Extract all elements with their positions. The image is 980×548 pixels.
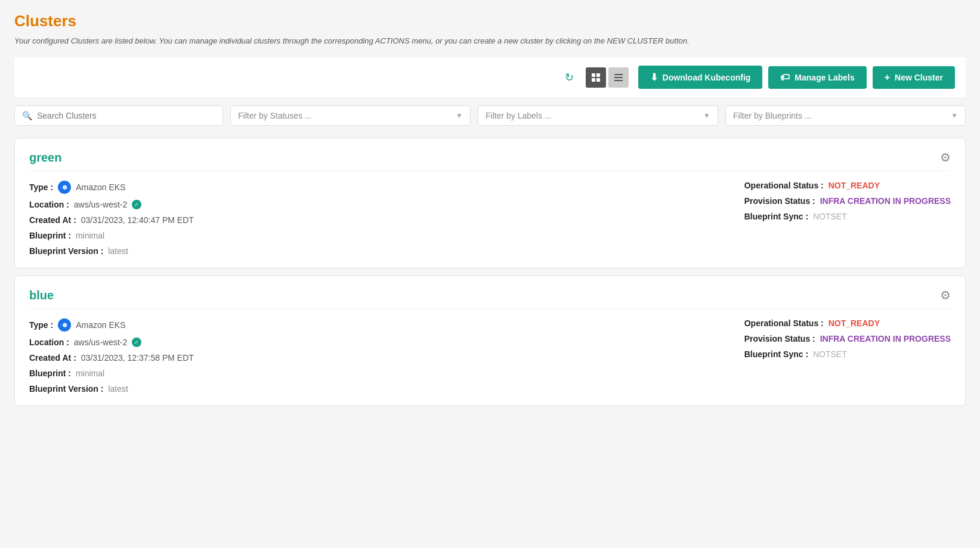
- location-icon: ✓: [132, 200, 141, 209]
- page-container: Clusters Your configured Clusters are li…: [0, 0, 980, 548]
- manage-labels-button[interactable]: 🏷 Manage Labels: [768, 66, 866, 89]
- location-label: Location :: [29, 338, 69, 347]
- new-cluster-button[interactable]: + New Cluster: [873, 66, 955, 89]
- search-box: 🔍: [14, 106, 223, 126]
- blueprint-row: Blueprint : minimal: [29, 231, 194, 240]
- blueprint-label: Blueprint :: [29, 231, 71, 240]
- filter-blueprints-dropdown[interactable]: Filter by Blueprints ... ▼: [725, 106, 966, 126]
- blueprint-version-label: Blueprint Version :: [29, 384, 103, 394]
- created-value: 03/31/2023, 12:40:47 PM EDT: [79, 215, 194, 225]
- filter-labels-dropdown[interactable]: Filter by Labels ... ▼: [478, 106, 718, 126]
- sync-label: Blueprint Sync :: [744, 349, 808, 359]
- sync-value: NOTSET: [811, 212, 847, 221]
- svg-rect-6: [614, 80, 623, 81]
- created-label: Created At :: [29, 215, 76, 225]
- cluster-settings-button[interactable]: ⚙: [940, 150, 951, 165]
- cluster-details: Type : ☸ Amazon EKS Location : aws/us-we…: [29, 318, 951, 394]
- prov-status-row: Provision Status : INFRA CREATION IN PRO…: [744, 334, 951, 343]
- cluster-settings-button[interactable]: ⚙: [940, 288, 951, 302]
- svg-rect-0: [592, 73, 595, 77]
- prov-status-label: Provision Status :: [744, 196, 815, 206]
- eks-icon: ☸: [58, 318, 71, 332]
- cluster-right-details: Operational Status : NOT_READY Provision…: [744, 181, 951, 256]
- location-row: Location : aws/us-west-2 ✓: [29, 200, 194, 209]
- op-status-label: Operational Status :: [744, 181, 824, 190]
- blueprint-label: Blueprint :: [29, 369, 71, 378]
- type-label: Type :: [29, 320, 53, 330]
- svg-rect-3: [596, 78, 600, 82]
- op-status-label: Operational Status :: [744, 318, 824, 328]
- refresh-button[interactable]: ↻: [559, 67, 580, 88]
- svg-rect-5: [614, 77, 623, 78]
- op-status-row: Operational Status : NOT_READY: [744, 181, 951, 190]
- list-view-button[interactable]: [608, 67, 629, 88]
- filters-row: 🔍 Filter by Statuses ... ▼ Filter by Lab…: [14, 106, 966, 126]
- cluster-details: Type : ☸ Amazon EKS Location : aws/us-we…: [29, 181, 951, 256]
- page-title: Clusters: [14, 12, 966, 30]
- type-row: Type : ☸ Amazon EKS: [29, 318, 194, 332]
- download-kubeconfig-button[interactable]: ⬇ Download Kubeconfig: [638, 66, 763, 89]
- search-input[interactable]: [37, 111, 215, 120]
- prov-status-label: Provision Status :: [744, 334, 815, 343]
- eks-icon: ☸: [58, 181, 71, 194]
- blueprint-row: Blueprint : minimal: [29, 369, 194, 378]
- prov-status-row: Provision Status : INFRA CREATION IN PRO…: [744, 196, 951, 206]
- cluster-card: green ⚙ Type : ☸ Amazon EKS Location : a…: [14, 138, 966, 268]
- sync-row: Blueprint Sync : NOTSET: [744, 212, 951, 221]
- created-label: Created At :: [29, 353, 76, 363]
- type-value: Amazon EKS: [76, 182, 125, 192]
- created-row: Created At : 03/31/2023, 12:40:47 PM EDT: [29, 215, 194, 225]
- search-icon: 🔍: [22, 111, 32, 120]
- chevron-down-icon: ▼: [951, 112, 958, 120]
- grid-view-button[interactable]: [586, 67, 606, 88]
- op-status-value: NOT_READY: [826, 318, 880, 328]
- cluster-header: blue ⚙: [29, 288, 951, 309]
- sync-value: NOTSET: [811, 349, 847, 359]
- grid-icon: [591, 73, 601, 82]
- download-icon: ⬇: [650, 72, 658, 83]
- chevron-down-icon: ▼: [703, 112, 710, 120]
- blueprint-version-row: Blueprint Version : latest: [29, 384, 194, 394]
- sync-label: Blueprint Sync :: [744, 212, 808, 221]
- op-status-value: NOT_READY: [826, 181, 880, 190]
- svg-rect-1: [596, 73, 600, 77]
- view-toggle: [586, 67, 629, 88]
- blueprint-version-row: Blueprint Version : latest: [29, 246, 194, 256]
- filter-statuses-dropdown[interactable]: Filter by Statuses ... ▼: [230, 106, 471, 126]
- plus-icon: +: [885, 72, 890, 83]
- svg-rect-4: [614, 74, 623, 75]
- cluster-name: green: [29, 151, 61, 165]
- chevron-down-icon: ▼: [456, 112, 463, 120]
- prov-status-value: INFRA CREATION IN PROGRESS: [818, 196, 951, 206]
- location-label: Location :: [29, 200, 69, 209]
- label-icon: 🏷: [780, 72, 790, 83]
- type-label: Type :: [29, 182, 53, 192]
- page-description: Your configured Clusters are listed belo…: [14, 36, 966, 45]
- location-icon: ✓: [132, 338, 141, 347]
- blueprint-value: minimal: [73, 369, 104, 378]
- blueprint-value: minimal: [73, 231, 104, 240]
- blueprint-version-value: latest: [106, 246, 128, 256]
- type-row: Type : ☸ Amazon EKS: [29, 181, 194, 194]
- location-value: aws/us-west-2: [72, 338, 127, 347]
- svg-rect-2: [592, 78, 595, 82]
- location-row: Location : aws/us-west-2 ✓: [29, 338, 194, 347]
- blueprint-version-value: latest: [106, 384, 128, 394]
- created-value: 03/31/2023, 12:37:58 PM EDT: [79, 353, 194, 363]
- op-status-row: Operational Status : NOT_READY: [744, 318, 951, 328]
- created-row: Created At : 03/31/2023, 12:37:58 PM EDT: [29, 353, 194, 363]
- cluster-header: green ⚙: [29, 150, 951, 171]
- blueprint-version-label: Blueprint Version :: [29, 246, 103, 256]
- cluster-right-details: Operational Status : NOT_READY Provision…: [744, 318, 951, 394]
- toolbar: ↻ ⬇ Download Kubeconfig 🏷 Manage Labels: [14, 57, 966, 97]
- cluster-card: blue ⚙ Type : ☸ Amazon EKS Location : aw…: [14, 275, 966, 406]
- cluster-left-details: Type : ☸ Amazon EKS Location : aws/us-we…: [29, 181, 194, 256]
- prov-status-value: INFRA CREATION IN PROGRESS: [818, 334, 951, 343]
- cluster-name: blue: [29, 289, 54, 302]
- clusters-list: green ⚙ Type : ☸ Amazon EKS Location : a…: [14, 138, 966, 406]
- list-icon: [614, 73, 623, 82]
- location-value: aws/us-west-2: [72, 200, 127, 209]
- cluster-left-details: Type : ☸ Amazon EKS Location : aws/us-we…: [29, 318, 194, 394]
- type-value: Amazon EKS: [76, 320, 125, 330]
- sync-row: Blueprint Sync : NOTSET: [744, 349, 951, 359]
